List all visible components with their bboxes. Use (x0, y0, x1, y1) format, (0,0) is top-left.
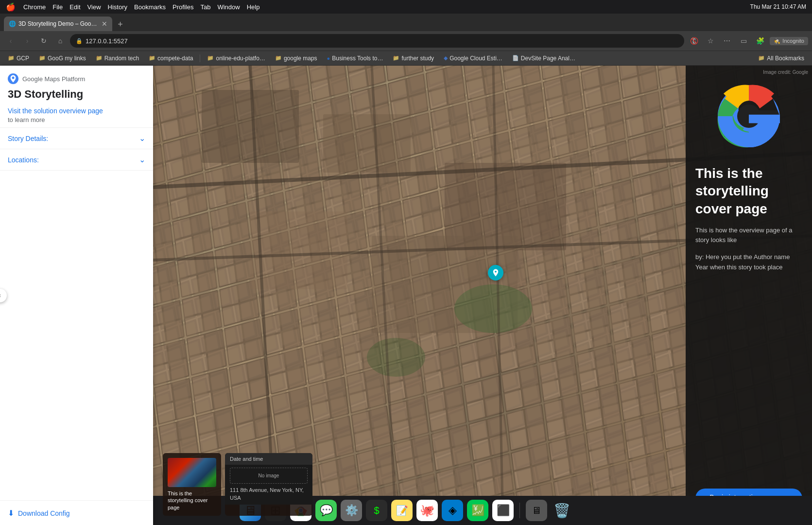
bookmark-further-study[interactable]: 📁 further study (389, 53, 438, 63)
reload-button[interactable]: ↻ (37, 34, 51, 48)
taskbar-qr-app[interactable]: ⬛ (492, 500, 514, 521)
menu-help[interactable]: Help (247, 3, 260, 11)
bookmark-folder-icon: 📁 (275, 55, 282, 61)
tab-close-button[interactable]: ✕ (102, 20, 107, 28)
bookmark-devsite[interactable]: 📄 DevSite Page Anal… (508, 53, 579, 63)
story-card-overlay: Image credit: Google (686, 66, 812, 525)
bookmarks-bar: 📁 GCP 📁 GooG my links 📁 Random tech 📁 co… (0, 51, 812, 65)
bookmark-folder-icon: 📁 (758, 55, 765, 61)
taskbar-notes[interactable]: 📝 (391, 500, 413, 521)
bookmark-folder-icon: 📁 (149, 55, 155, 61)
qr-app-icon: ⬛ (497, 504, 510, 517)
locations-label: Locations: (8, 156, 39, 164)
thumbnail-no-image: No image (230, 468, 308, 484)
camera-off-icon: 📵 (687, 34, 701, 48)
menu-bookmarks[interactable]: Bookmarks (134, 3, 166, 11)
thumbnail-location-card[interactable]: Date and time No image 111 8th Avenue, N… (225, 453, 312, 516)
bookmark-all-bookmarks[interactable]: 📁 All Bookmarks (754, 53, 808, 63)
taskbar-vscode[interactable]: ◈ (442, 500, 463, 521)
story-card-description: This is how the overview page of a story… (695, 226, 802, 245)
incognito-icon: 🕵️ (774, 38, 780, 44)
bookmark-folder-icon: 📁 (39, 55, 46, 61)
bookmark-gcp[interactable]: 📁 GCP (4, 53, 33, 63)
taskbar-screen-app[interactable]: 🖥 (526, 500, 547, 521)
taskbar-terminal[interactable]: $ (366, 500, 387, 521)
bookmark-compete-data[interactable]: 📁 compete-data (145, 53, 197, 63)
menu-file[interactable]: File (52, 3, 63, 11)
bookmark-label: GCP (17, 55, 29, 62)
download-config-button[interactable]: ⬇ Download Config (8, 508, 70, 518)
bookmark-label: compete-data (157, 55, 193, 62)
menu-view[interactable]: View (87, 3, 101, 11)
forward-button[interactable]: › (20, 34, 34, 48)
location-pin[interactable] (488, 265, 503, 280)
star-icon[interactable]: ☆ (704, 34, 717, 48)
left-sidebar: Google Maps Platform 3D Storytelling Vis… (0, 66, 153, 525)
sidebar-title: 3D Storytelling (8, 88, 145, 101)
menu-history[interactable]: History (108, 3, 127, 11)
sidebar-toggle[interactable]: ▭ (737, 34, 750, 48)
gmp-logo-text: Google Maps Platform (22, 75, 85, 83)
bookmark-folder-icon: 📁 (96, 55, 103, 61)
svg-rect-25 (749, 115, 780, 123)
bookmark-goog-mylinks[interactable]: 📁 GooG my links (35, 53, 90, 63)
download-label: Download Config (18, 509, 70, 517)
learn-more-text: to learn more (8, 116, 145, 123)
tab-title: 3D Storytelling Demo – Goo… (18, 20, 97, 27)
bookmark-label: Business Tools to… (332, 55, 383, 62)
story-details-section: Story Details: ⌄ (0, 128, 153, 149)
address-bar[interactable]: 🔒 127.0.0.1:5527 (70, 34, 684, 48)
browser-tab-active[interactable]: 🌐 3D Storytelling Demo – Goo… ✕ (4, 17, 112, 31)
more-icon[interactable]: ⋯ (720, 34, 734, 48)
bookmark-folder-icon: 📁 (393, 55, 399, 61)
bookmark-google-cloud[interactable]: ◆ Google Cloud Esti… (440, 53, 506, 63)
bookmark-label: All Bookmarks (767, 55, 804, 62)
bookmark-random-tech[interactable]: 📁 Random tech (92, 53, 143, 63)
sidebar-collapse-toggle[interactable]: ‹ (0, 289, 7, 302)
menu-window[interactable]: Window (217, 3, 240, 11)
bookmark-business-tools[interactable]: ● Business Tools to… (323, 53, 387, 63)
bookmark-google-maps[interactable]: 📁 google maps (271, 53, 321, 63)
bookmark-label: further study (401, 55, 434, 62)
browser-chrome: 🌐 3D Storytelling Demo – Goo… ✕ + ‹ › ↻ … (0, 14, 812, 66)
home-button[interactable]: ⌂ (53, 34, 67, 48)
bookmark-cloud-icon: ◆ (444, 55, 448, 61)
menu-chrome[interactable]: Chrome (23, 3, 46, 11)
menu-edit[interactable]: Edit (69, 3, 80, 11)
solution-overview-link[interactable]: Visit the solution overview page (8, 107, 103, 115)
url-display: 127.0.0.1:5527 (86, 37, 678, 45)
bookmark-folder-icon: 📁 (207, 55, 214, 61)
back-button[interactable]: ‹ (4, 34, 17, 48)
bookmark-online-edu[interactable]: 📁 online-edu-platfo… (203, 53, 269, 63)
lock-icon: 🔒 (76, 38, 83, 44)
tab-bar: 🌐 3D Storytelling Demo – Goo… ✕ + (0, 14, 812, 31)
taskbar-system-prefs[interactable]: ⚙️ (341, 500, 362, 521)
new-tab-button[interactable]: + (113, 18, 127, 31)
green-app-icon: 💹 (471, 504, 484, 517)
map-area[interactable]: Image credit: Google (153, 66, 812, 525)
menu-profiles[interactable]: Profiles (173, 3, 193, 11)
taskbar-green-app[interactable]: 💹 (467, 500, 488, 521)
gmp-logo: Google Maps Platform (8, 73, 145, 84)
menu-tab[interactable]: Tab (200, 3, 210, 11)
locations-header[interactable]: Locations: ⌄ (8, 155, 145, 164)
svg-rect-11 (202, 90, 299, 163)
taskbar-divider (519, 503, 520, 518)
system-prefs-icon: ⚙️ (345, 504, 358, 517)
story-details-header[interactable]: Story Details: ⌄ (8, 134, 145, 143)
thumbnail-cover-image (168, 458, 216, 487)
menubar-right: Thu Mar 21 10:47 AM (750, 3, 806, 10)
taskbar-messages[interactable]: 💬 (315, 500, 337, 521)
apple-menu[interactable]: 🍎 (6, 2, 16, 12)
svg-rect-14 (250, 211, 347, 289)
extensions-icon[interactable]: 🧩 (753, 34, 767, 48)
story-details-label: Story Details: (8, 135, 48, 142)
thumbnail-location-body: No image 111 8th Avenue, New York, NY, U… (225, 465, 312, 505)
vscode-icon: ◈ (449, 504, 457, 517)
taskbar-github[interactable]: 🐙 (416, 500, 438, 521)
bookmark-circle-icon: ● (327, 55, 330, 61)
thumbnail-cover-card[interactable]: This is the storytelling cover page (163, 453, 221, 516)
taskbar-trash[interactable]: 🗑️ (551, 500, 572, 521)
incognito-label: Incognito (782, 38, 804, 44)
thumbnail-cover-text: This is the storytelling cover page (168, 490, 216, 511)
